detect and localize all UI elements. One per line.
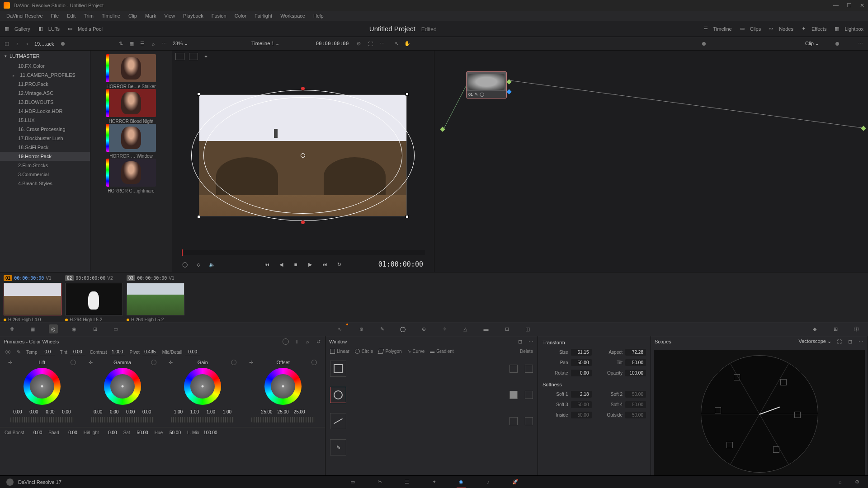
- timecode[interactable]: 00:00:00:00: [316, 41, 349, 47]
- loop-button[interactable]: ↻: [335, 260, 343, 268]
- timeline-name[interactable]: Timeline 1 ⌄: [251, 41, 279, 47]
- aspect-field[interactable]: 72.28: [625, 349, 646, 356]
- offset-value[interactable]: 25.00: [292, 409, 306, 414]
- menu-view[interactable]: View: [160, 12, 179, 19]
- pan-field[interactable]: 50.00: [571, 359, 592, 366]
- settings-icon[interactable]: ⚙: [853, 479, 862, 486]
- win-mask-toggle[interactable]: [509, 365, 518, 373]
- user-icon[interactable]: [6, 479, 14, 486]
- pw-handle-tl[interactable]: [197, 93, 200, 96]
- lift-picker-icon[interactable]: ✛: [8, 360, 12, 366]
- last-frame-button[interactable]: ⏭: [321, 260, 329, 268]
- lut-thumbnail[interactable]: HORROR … Window: [94, 124, 168, 159]
- offset-picker-icon[interactable]: ✛: [249, 360, 253, 366]
- menu-fairlight[interactable]: Fairlight: [251, 12, 276, 19]
- lut-thumbnail[interactable]: HORROR Blood Night: [94, 89, 168, 124]
- contrast-field[interactable]: 1.000: [110, 349, 125, 355]
- window-preset-icon[interactable]: ⊡: [517, 338, 523, 345]
- expand-icon[interactable]: ⛶: [367, 41, 373, 47]
- pw-handle-bl[interactable]: [197, 215, 200, 218]
- menu-trim[interactable]: Trim: [80, 12, 97, 19]
- gamma-picker-icon[interactable]: ✛: [89, 360, 93, 366]
- gain-value[interactable]: 1.00: [171, 409, 185, 414]
- lift-value[interactable]: 0.00: [60, 409, 73, 414]
- page-deliver-icon[interactable]: 🚀: [511, 479, 520, 486]
- node-more-icon[interactable]: ⋯: [857, 41, 863, 47]
- page-color-icon[interactable]: ◉: [457, 479, 466, 486]
- key-icon[interactable]: ▬: [481, 324, 491, 333]
- menu-mark[interactable]: Mark: [142, 12, 160, 19]
- win-mask-toggle[interactable]: [509, 391, 518, 399]
- menu-timeline[interactable]: Timeline: [98, 12, 124, 19]
- tree-item[interactable]: 19.Horror Pack: [0, 152, 90, 161]
- menu-color[interactable]: Color: [231, 12, 250, 19]
- curves-icon[interactable]: ∿: [336, 324, 345, 333]
- info-icon[interactable]: ⓘ: [852, 324, 861, 333]
- playhead[interactable]: [182, 249, 183, 256]
- transport-timecode[interactable]: 01:00:00:00: [378, 260, 423, 268]
- hilight-field[interactable]: 0.00: [102, 430, 117, 435]
- lmix-field[interactable]: 100.00: [202, 430, 217, 435]
- add-circle-button[interactable]: Circle: [355, 349, 373, 354]
- color-wheels-icon[interactable]: ◎: [49, 324, 58, 333]
- add-gradient-button[interactable]: ▬Gradient: [430, 349, 453, 354]
- tree-item[interactable]: 15.LUX: [0, 116, 90, 125]
- close-button[interactable]: ✕: [860, 2, 864, 9]
- tree-item[interactable]: 18.SciFi Pack: [0, 143, 90, 152]
- graph-input-port[interactable]: [440, 127, 445, 131]
- lift-value[interactable]: 0.00: [43, 409, 57, 414]
- win-invert-toggle[interactable]: [525, 417, 533, 425]
- gain-value[interactable]: 1.00: [204, 409, 217, 414]
- gamma-value[interactable]: 0.00: [91, 409, 105, 414]
- menu-playback[interactable]: Playback: [179, 12, 207, 19]
- color-match-icon[interactable]: ▦: [28, 324, 37, 333]
- gain-reset-icon[interactable]: [231, 360, 236, 365]
- lut-thumbnail[interactable]: HORROR Be…e Stalker: [94, 54, 168, 89]
- scope-more-icon[interactable]: ⋯: [858, 338, 864, 345]
- panel-toggle-icon[interactable]: ◫: [4, 41, 10, 47]
- menu-help[interactable]: Help: [310, 12, 327, 19]
- grid-view-icon[interactable]: ▦: [128, 41, 135, 47]
- pointer-icon[interactable]: ↖: [393, 41, 400, 47]
- size-field[interactable]: 61.15: [571, 349, 592, 356]
- corrector-node-01[interactable]: 01 ✎ ◯: [466, 71, 507, 99]
- bypass-icon[interactable]: ⊘: [355, 41, 362, 47]
- lift-value[interactable]: 0.00: [11, 409, 24, 414]
- pw-soft-top[interactable]: [301, 87, 305, 90]
- temp-field[interactable]: 0.0: [40, 349, 55, 355]
- page-cut-icon[interactable]: ✂: [375, 479, 384, 486]
- menu-file[interactable]: File: [47, 12, 63, 19]
- gamma-jog-wheel[interactable]: [91, 417, 154, 422]
- viewer-more-icon[interactable]: ⋯: [379, 41, 385, 47]
- window-row-curve[interactable]: [330, 411, 533, 432]
- tree-item[interactable]: 12.Vintage.ASC: [0, 89, 90, 98]
- sat-field[interactable]: 50.00: [133, 430, 148, 435]
- mute-icon[interactable]: 🔈: [208, 260, 216, 268]
- sizing-icon[interactable]: ⊡: [502, 324, 511, 333]
- window-more-icon[interactable]: ⋯: [528, 338, 534, 345]
- gallery-button[interactable]: ▦Gallery: [5, 26, 30, 32]
- timeline-button[interactable]: ☰Timeline: [703, 26, 732, 32]
- rotate-field[interactable]: 0.00: [571, 370, 592, 376]
- reset-all-icon[interactable]: ↺: [315, 338, 321, 345]
- menu-davinci[interactable]: DaVinci Resolve: [3, 12, 47, 19]
- power-window animcenter System center[interactable]: [301, 153, 305, 158]
- unmix-icon[interactable]: ◯: [181, 260, 189, 268]
- scopes-icon[interactable]: ⊞: [831, 324, 840, 333]
- offset-color-wheel[interactable]: [264, 368, 302, 405]
- tree-item[interactable]: 11.CAMERA_PROFILES: [0, 70, 90, 80]
- blur-icon[interactable]: △: [461, 324, 470, 333]
- tree-item[interactable]: 13.BLOWOUTS: [0, 98, 90, 107]
- window-row-pen[interactable]: ✎: [330, 437, 533, 458]
- qualifier-icon[interactable]: ✎: [377, 324, 387, 333]
- breadcrumb[interactable]: 19.…ack: [34, 41, 54, 47]
- tree-item[interactable]: 4.Bleach.Styles: [0, 179, 90, 188]
- gamma-value[interactable]: 0.00: [140, 409, 154, 414]
- step-back-button[interactable]: ◀: [277, 260, 285, 268]
- clip-item[interactable]: 0100:00:00:00V1H.264 High L4.0: [4, 275, 61, 322]
- mediapool-button[interactable]: ▭Media Pool: [68, 26, 103, 32]
- tree-item[interactable]: 11.PRO.Pack: [0, 80, 90, 89]
- offset-jog-wheel[interactable]: [251, 417, 315, 422]
- win-mask-toggle[interactable]: [509, 417, 518, 425]
- camera-raw-icon[interactable]: ✚: [7, 324, 16, 333]
